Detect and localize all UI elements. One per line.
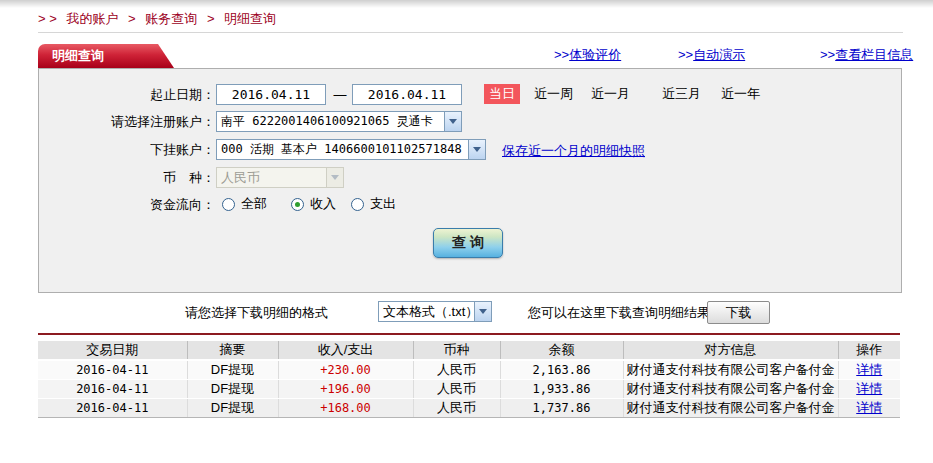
save-snapshot-link[interactable]: 保存近一个月的明细快照 — [502, 142, 645, 160]
header-balance: 余额 — [500, 341, 623, 360]
cell-summary: DF提现 — [187, 399, 278, 418]
results-table: 交易日期 摘要 收入/支出 币种 余额 对方信息 操作 2016-04-11 D… — [38, 341, 900, 418]
breadcrumb-item-account-query[interactable]: 账务查询 — [145, 11, 197, 26]
cell-action: 详情 — [838, 380, 900, 399]
cell-currency: 人民币 — [413, 399, 500, 418]
download-button[interactable]: 下载 — [707, 301, 770, 324]
cell-counterparty: 财付通支付科技有限公司客户备付金 — [623, 399, 838, 418]
table-top-rule — [38, 333, 900, 335]
download-format-label: 请您选择下载明细的格式 — [185, 302, 328, 324]
header-amount: 收入/支出 — [278, 341, 413, 360]
register-account-label: 请选择注册账户： — [38, 111, 215, 132]
detail-link[interactable]: 详情 — [856, 400, 882, 415]
radio-label: 支出 — [370, 195, 396, 213]
cell-balance: 2,163.86 — [500, 360, 623, 380]
breadcrumb-separator: > — [207, 11, 215, 26]
cell-action: 详情 — [838, 360, 900, 380]
cell-date: 2016-04-11 — [38, 399, 187, 418]
date-to-input[interactable] — [352, 84, 462, 105]
link-prefix: >> — [678, 47, 693, 62]
quick-range-year[interactable]: 近一年 — [721, 84, 760, 104]
fund-flow-label: 资金流向： — [38, 194, 215, 215]
chevron-down-icon — [326, 168, 343, 187]
date-from-input[interactable] — [216, 84, 326, 105]
cell-date: 2016-04-11 — [38, 380, 187, 399]
link-label: 体验评价 — [569, 47, 621, 62]
quick-range-week[interactable]: 近一周 — [534, 84, 573, 104]
chevron-down-icon — [474, 302, 491, 321]
cell-amount: +168.00 — [278, 399, 413, 418]
cell-currency: 人民币 — [413, 380, 500, 399]
cell-amount: +230.00 — [278, 360, 413, 380]
flow-radio-expense[interactable]: 支出 — [351, 195, 396, 213]
cell-summary: DF提现 — [187, 360, 278, 380]
radio-icon — [291, 198, 304, 211]
cell-currency: 人民币 — [413, 360, 500, 380]
query-button[interactable]: 查 询 — [433, 228, 503, 258]
link-label: 查看栏目信息 — [835, 47, 913, 62]
cell-counterparty: 财付通支付科技有限公司客户备付金 — [623, 360, 838, 380]
link-experience-rating[interactable]: >>体验评价 — [554, 46, 621, 64]
table-header-row: 交易日期 摘要 收入/支出 币种 余额 对方信息 操作 — [38, 341, 900, 360]
cell-date: 2016-04-11 — [38, 360, 187, 380]
sub-account-select[interactable]: 000 活期 基本户 1406600101102571848 — [216, 139, 486, 160]
cell-counterparty: 财付通支付科技有限公司客户备付金 — [623, 380, 838, 399]
download-format-select[interactable]: 文本格式（.txt） — [378, 301, 492, 322]
header-action: 操作 — [838, 341, 900, 360]
tab-title: 明细查询 — [52, 48, 104, 63]
table-row: 2016-04-11 DF提现 +230.00 人民币 2,163.86 财付通… — [38, 360, 900, 380]
radio-icon — [222, 198, 235, 211]
header-summary: 摘要 — [187, 341, 278, 360]
breadcrumb: > > 我的账户 > 账务查询 > 明细查询 — [38, 10, 276, 28]
currency-label: 币 种： — [38, 167, 215, 188]
quick-range-today-badge[interactable]: 当日 — [484, 84, 520, 104]
link-prefix: >> — [820, 47, 835, 62]
cell-balance: 1,737.86 — [500, 399, 623, 418]
header-currency: 币种 — [413, 341, 500, 360]
cell-summary: DF提现 — [187, 380, 278, 399]
flow-radio-income[interactable]: 收入 — [291, 195, 336, 213]
detail-query-page: > > 我的账户 > 账务查询 > 明细查询 明细查询 >>体验评价 >>自动演… — [0, 0, 933, 463]
flow-radio-all[interactable]: 全部 — [222, 195, 267, 213]
radio-icon — [351, 198, 364, 211]
sub-account-value: 000 活期 基本户 1406600101102571848 — [217, 141, 468, 158]
link-prefix: >> — [554, 47, 569, 62]
sub-account-label: 下挂账户： — [38, 139, 215, 160]
header-date: 交易日期 — [38, 341, 187, 360]
download-format-value: 文本格式（.txt） — [379, 303, 474, 321]
radio-label: 收入 — [310, 195, 336, 213]
date-dash: — — [330, 84, 350, 105]
quick-range-3months[interactable]: 近三月 — [662, 84, 701, 104]
date-range-label: 起止日期： — [38, 84, 215, 105]
breadcrumb-separator: > — [128, 11, 136, 26]
currency-select: 人民币 — [216, 167, 344, 188]
breadcrumb-item-detail-query[interactable]: 明细查询 — [224, 11, 276, 26]
divider-line — [38, 32, 903, 33]
breadcrumb-prefix: > > — [38, 11, 57, 26]
quick-range-month[interactable]: 近一月 — [591, 84, 630, 104]
table-row: 2016-04-11 DF提现 +168.00 人民币 1,737.86 财付通… — [38, 399, 900, 418]
register-account-value: 南平 6222001406100921065 灵通卡 — [217, 113, 444, 130]
currency-value: 人民币 — [217, 169, 326, 187]
breadcrumb-item-my-account[interactable]: 我的账户 — [66, 11, 118, 26]
link-auto-demo[interactable]: >>自动演示 — [678, 46, 745, 64]
cell-action: 详情 — [838, 399, 900, 418]
link-view-column-info[interactable]: >>查看栏目信息 — [820, 46, 913, 64]
cell-amount: +196.00 — [278, 380, 413, 399]
register-account-select[interactable]: 南平 6222001406100921065 灵通卡 — [216, 111, 462, 132]
cell-balance: 1,933.86 — [500, 380, 623, 399]
tab-detail-query[interactable]: 明细查询 — [38, 44, 174, 68]
detail-link[interactable]: 详情 — [856, 362, 882, 377]
chevron-down-icon — [444, 112, 461, 131]
chevron-down-icon — [468, 140, 485, 159]
top-gradient — [0, 0, 933, 8]
link-label: 自动演示 — [693, 47, 745, 62]
header-counterparty: 对方信息 — [623, 341, 838, 360]
detail-link[interactable]: 详情 — [856, 381, 882, 396]
table-row: 2016-04-11 DF提现 +196.00 人民币 1,933.86 财付通… — [38, 380, 900, 399]
radio-label: 全部 — [241, 195, 267, 213]
download-hint: 您可以在这里下载查询明细结果 — [528, 302, 710, 324]
